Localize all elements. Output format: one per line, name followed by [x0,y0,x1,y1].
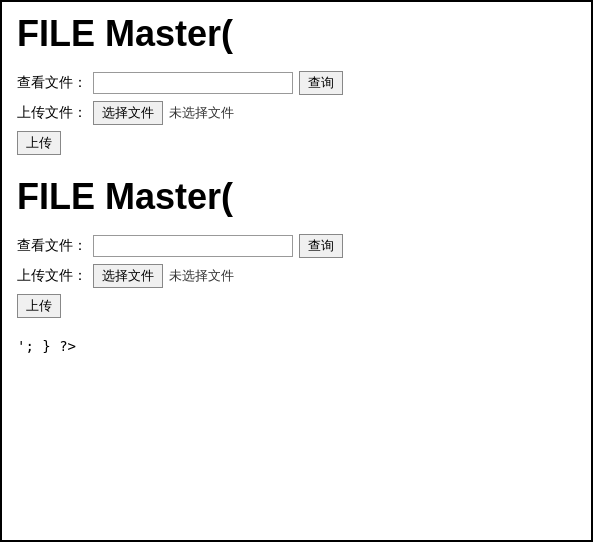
upload-button-1[interactable]: 上传 [17,131,61,155]
view-file-row-2: 查看文件： 查询 [17,234,576,258]
footer-text: '; } ?> [17,338,576,354]
upload-row-2: 上传 [17,294,576,318]
upload-row-1: 上传 [17,131,576,155]
upload-file-row-1: 上传文件： 选择文件 未选择文件 [17,101,576,125]
section-1: FILE Master( 查看文件： 查询 上传文件： 选择文件 未选择文件 上… [17,12,576,155]
title-2: FILE Master( [17,175,576,218]
upload-file-row-2: 上传文件： 选择文件 未选择文件 [17,264,576,288]
upload-file-label-1: 上传文件： [17,104,87,122]
view-file-row-1: 查看文件： 查询 [17,71,576,95]
view-file-label-1: 查看文件： [17,74,87,92]
choose-file-button-1[interactable]: 选择文件 [93,101,163,125]
query-button-2[interactable]: 查询 [299,234,343,258]
choose-file-button-2[interactable]: 选择文件 [93,264,163,288]
title-1: FILE Master( [17,12,576,55]
upload-file-label-2: 上传文件： [17,267,87,285]
query-button-1[interactable]: 查询 [299,71,343,95]
section-2: FILE Master( 查看文件： 查询 上传文件： 选择文件 未选择文件 上… [17,175,576,318]
upload-button-2[interactable]: 上传 [17,294,61,318]
file-input-wrapper-2: 选择文件 未选择文件 [93,264,234,288]
view-file-input-2[interactable] [93,235,293,257]
no-file-text-2: 未选择文件 [169,267,234,285]
no-file-text-1: 未选择文件 [169,104,234,122]
view-file-label-2: 查看文件： [17,237,87,255]
file-input-wrapper-1: 选择文件 未选择文件 [93,101,234,125]
view-file-input-1[interactable] [93,72,293,94]
